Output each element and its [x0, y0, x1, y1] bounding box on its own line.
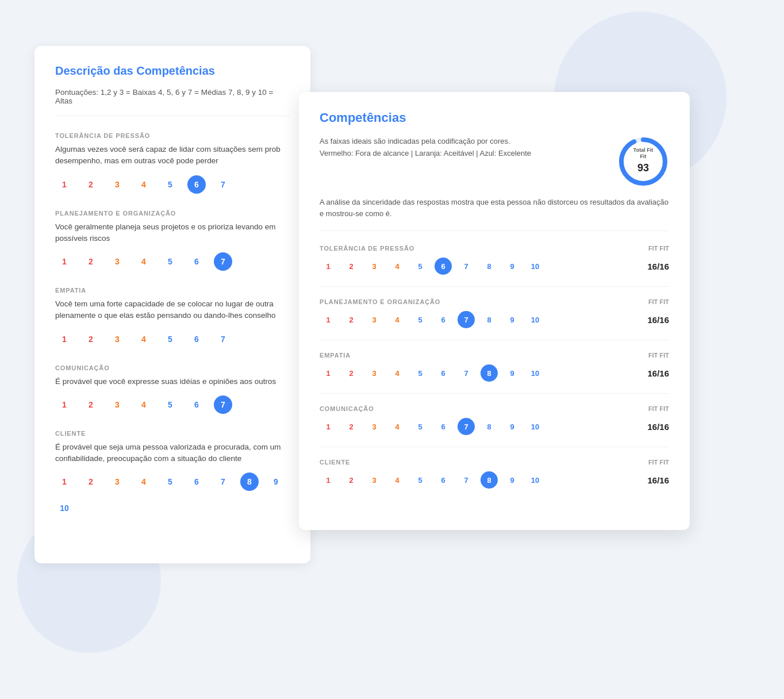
number-item[interactable]: 9: [504, 258, 521, 275]
number-item[interactable]: 10: [526, 364, 544, 382]
number-item[interactable]: 1: [320, 471, 337, 489]
number-item[interactable]: 7: [458, 418, 475, 435]
number-item[interactable]: 5: [412, 418, 429, 435]
number-item[interactable]: 6: [187, 473, 206, 491]
number-item[interactable]: 7: [458, 471, 475, 489]
number-item[interactable]: 2: [343, 364, 360, 382]
right-comp-nums-left-planejamento: 12345678910: [320, 311, 544, 328]
left-comp-desc-tolerancia: Algumas vezes você será capaz de lidar c…: [55, 144, 290, 167]
number-item[interactable]: 1: [55, 330, 74, 348]
left-comp-numbers-tolerancia: 1234567: [55, 175, 290, 194]
number-item[interactable]: 4: [134, 473, 153, 491]
number-item[interactable]: 5: [161, 175, 179, 194]
number-item[interactable]: 6: [187, 395, 206, 414]
number-item[interactable]: 4: [389, 258, 406, 275]
number-item[interactable]: 7: [458, 258, 475, 275]
number-item[interactable]: 8: [481, 418, 498, 435]
number-item[interactable]: 2: [82, 395, 100, 414]
number-item[interactable]: 6: [435, 418, 452, 435]
number-item[interactable]: 1: [320, 258, 337, 275]
donut-label: Total Fit Fit: [631, 147, 656, 160]
number-item[interactable]: 4: [134, 175, 153, 194]
number-item[interactable]: 10: [526, 311, 544, 328]
number-item[interactable]: 10: [526, 418, 544, 435]
number-item[interactable]: 3: [366, 258, 383, 275]
number-item[interactable]: 1: [320, 311, 337, 328]
number-item[interactable]: 8: [481, 258, 498, 275]
number-item[interactable]: 7: [214, 252, 232, 271]
number-item[interactable]: 5: [412, 311, 429, 328]
right-comp-header-cliente: CLIENTEFIT FIT: [320, 459, 669, 466]
number-item[interactable]: 9: [504, 418, 521, 435]
number-item[interactable]: 5: [161, 330, 179, 348]
number-item[interactable]: 7: [214, 330, 232, 348]
number-item[interactable]: 3: [366, 471, 383, 489]
number-item[interactable]: 7: [458, 311, 475, 328]
right-comp-fitvalue-planejamento: 16/16: [643, 315, 669, 325]
number-item[interactable]: 1: [320, 364, 337, 382]
number-item[interactable]: 9: [504, 471, 521, 489]
number-item[interactable]: 5: [161, 473, 179, 491]
number-item[interactable]: 10: [526, 471, 544, 489]
number-item[interactable]: 10: [526, 258, 544, 275]
number-item[interactable]: 7: [214, 395, 232, 414]
number-item[interactable]: 1: [55, 395, 74, 414]
number-item[interactable]: 7: [458, 364, 475, 382]
number-item[interactable]: 10: [55, 499, 74, 517]
number-item[interactable]: 5: [412, 364, 429, 382]
number-item[interactable]: 2: [82, 252, 100, 271]
number-item[interactable]: 3: [366, 311, 383, 328]
number-item[interactable]: 6: [187, 175, 206, 194]
left-comp-planejamento: PLANEJAMENTO E ORGANIZAÇÃOVocê geralment…: [55, 210, 290, 271]
number-item[interactable]: 4: [389, 311, 406, 328]
number-item[interactable]: 6: [187, 252, 206, 271]
number-item[interactable]: 6: [435, 311, 452, 328]
number-item[interactable]: 6: [435, 471, 452, 489]
number-item[interactable]: 2: [343, 418, 360, 435]
number-item[interactable]: 7: [214, 473, 232, 491]
number-item[interactable]: 4: [389, 418, 406, 435]
number-item[interactable]: 3: [108, 395, 126, 414]
number-item[interactable]: 3: [108, 175, 126, 194]
number-item[interactable]: 1: [320, 418, 337, 435]
number-item[interactable]: 5: [161, 395, 179, 414]
number-item[interactable]: 8: [481, 311, 498, 328]
number-item[interactable]: 8: [481, 471, 498, 489]
number-item[interactable]: 3: [108, 473, 126, 491]
number-item[interactable]: 3: [108, 252, 126, 271]
number-item[interactable]: 6: [187, 330, 206, 348]
number-item[interactable]: 2: [82, 473, 100, 491]
number-item[interactable]: 3: [108, 330, 126, 348]
number-item[interactable]: 6: [435, 258, 452, 275]
page-container: Descrição das Competências Pontuações: 1…: [0, 0, 784, 609]
right-comp-fitvalue-cliente: 16/16: [643, 475, 669, 485]
number-item[interactable]: 4: [134, 252, 153, 271]
number-item[interactable]: 1: [55, 175, 74, 194]
number-item[interactable]: 7: [214, 175, 232, 194]
right-comp-header-comunicacao: COMUNICAÇÃOFIT FIT: [320, 405, 669, 412]
number-item[interactable]: 4: [134, 330, 153, 348]
number-item[interactable]: 4: [389, 364, 406, 382]
right-card-title: Competências: [320, 110, 669, 125]
number-item[interactable]: 2: [343, 258, 360, 275]
number-item[interactable]: 8: [481, 364, 498, 382]
number-item[interactable]: 9: [267, 473, 285, 491]
number-item[interactable]: 5: [412, 258, 429, 275]
number-item[interactable]: 2: [82, 175, 100, 194]
number-item[interactable]: 1: [55, 473, 74, 491]
number-item[interactable]: 1: [55, 252, 74, 271]
number-item[interactable]: 6: [435, 364, 452, 382]
number-item[interactable]: 9: [504, 364, 521, 382]
number-item[interactable]: 8: [240, 473, 259, 491]
number-item[interactable]: 4: [389, 471, 406, 489]
number-item[interactable]: 5: [161, 252, 179, 271]
number-item[interactable]: 9: [504, 311, 521, 328]
number-item[interactable]: 3: [366, 418, 383, 435]
number-item[interactable]: 5: [412, 471, 429, 489]
number-item[interactable]: 3: [366, 364, 383, 382]
left-comp-desc-cliente: É provável que seja uma pessoa valorizad…: [55, 441, 290, 465]
number-item[interactable]: 2: [343, 471, 360, 489]
number-item[interactable]: 2: [343, 311, 360, 328]
number-item[interactable]: 2: [82, 330, 100, 348]
number-item[interactable]: 4: [134, 395, 153, 414]
